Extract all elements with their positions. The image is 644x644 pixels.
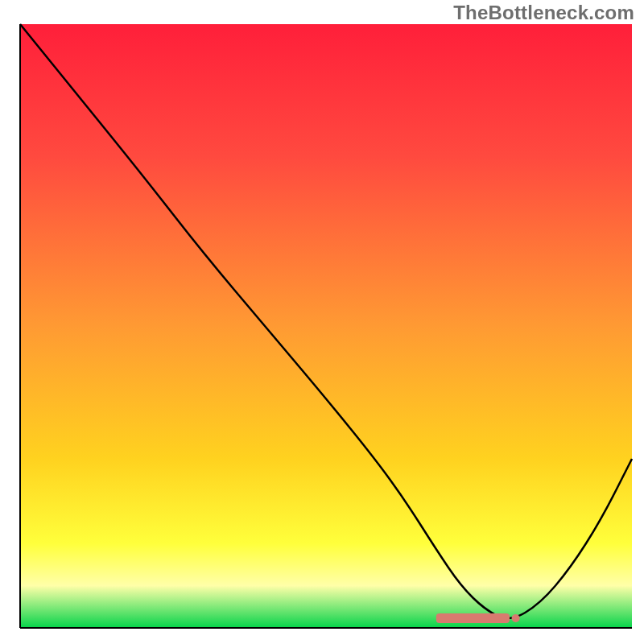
optimal-range-end-dot — [512, 614, 520, 622]
bottleneck-chart — [0, 0, 644, 644]
plot-gradient-area — [20, 24, 632, 628]
optimal-range-marker — [436, 613, 510, 623]
